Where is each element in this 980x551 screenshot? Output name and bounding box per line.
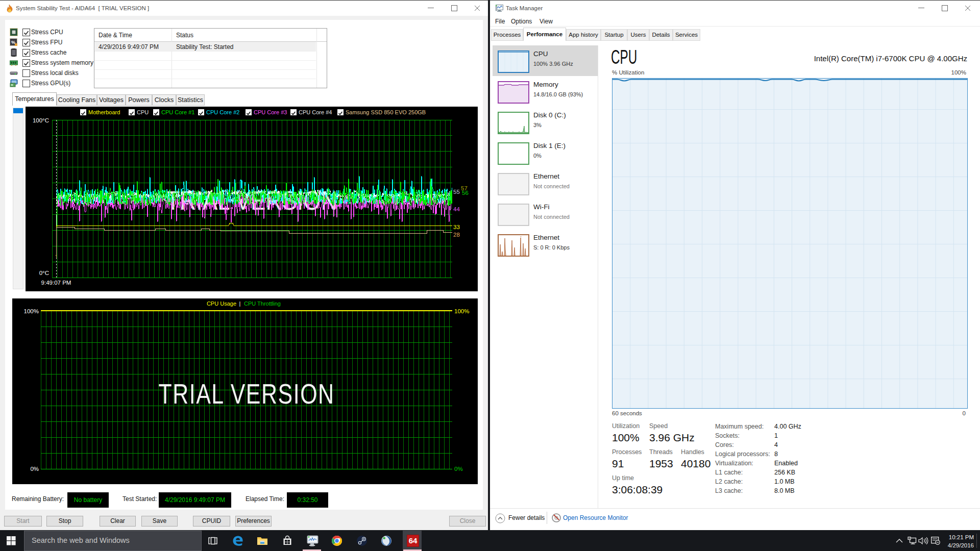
- svg-text:28: 28: [453, 232, 460, 238]
- svg-text:%: %: [11, 40, 15, 45]
- svg-text:TRIAL VERSION: TRIAL VERSION: [158, 378, 334, 409]
- svg-text:0%: 0%: [30, 466, 39, 472]
- svg-text:44: 44: [453, 206, 460, 212]
- svg-text:100°C: 100°C: [33, 117, 49, 123]
- svg-text:TRIAL VERSION: TRIAL VERSION: [166, 186, 337, 215]
- svg-text:0°C: 0°C: [39, 270, 49, 276]
- svg-text:CPU Usage: CPU Usage: [207, 300, 236, 307]
- svg-text:CPU Throttling: CPU Throttling: [244, 300, 281, 307]
- svg-text:55: 55: [453, 189, 460, 195]
- svg-text:56: 56: [462, 190, 469, 196]
- svg-text:100%: 100%: [454, 308, 469, 314]
- svg-text:|: |: [239, 300, 241, 307]
- svg-text:100%: 100%: [24, 308, 39, 314]
- svg-text:9:49:07 PM: 9:49:07 PM: [41, 280, 71, 286]
- svg-text:33: 33: [453, 224, 460, 230]
- svg-text:0%: 0%: [454, 466, 463, 472]
